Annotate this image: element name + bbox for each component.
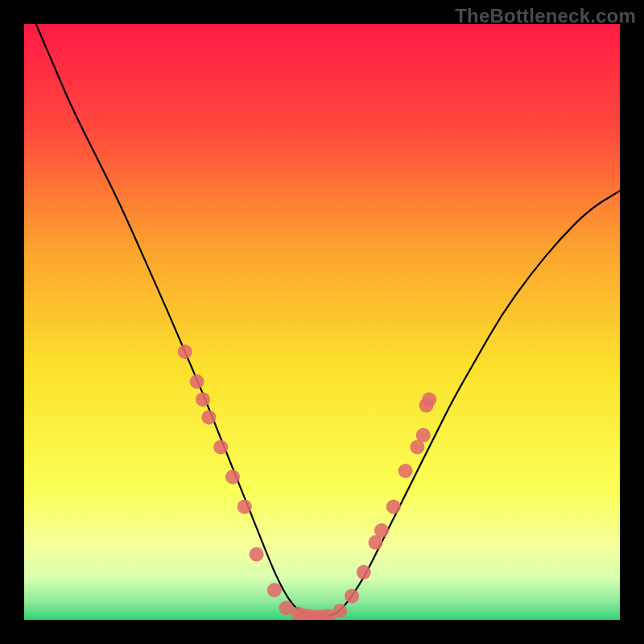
curve-layer: [24, 24, 620, 620]
data-marker: [345, 588, 359, 603]
data-marker: [225, 469, 240, 484]
data-marker: [190, 374, 204, 389]
bottleneck-curve: [36, 24, 620, 617]
data-marker: [178, 345, 192, 359]
data-marker: [201, 410, 216, 424]
data-marker: [332, 604, 347, 618]
data-marker: [422, 392, 436, 407]
data-marker: [416, 428, 431, 443]
data-marker: [398, 464, 413, 478]
data-marker: [267, 583, 282, 597]
data-marker: [213, 440, 228, 454]
data-marker: [196, 392, 210, 407]
chart-frame: TheBottleneck.com: [0, 0, 644, 644]
data-marker: [237, 499, 252, 514]
marker-group: [178, 345, 436, 620]
data-marker: [357, 565, 371, 580]
watermark-text: TheBottleneck.com: [455, 5, 636, 27]
data-marker: [250, 547, 264, 562]
data-marker: [386, 499, 401, 514]
data-marker: [374, 523, 389, 538]
plot-area: [24, 24, 620, 620]
